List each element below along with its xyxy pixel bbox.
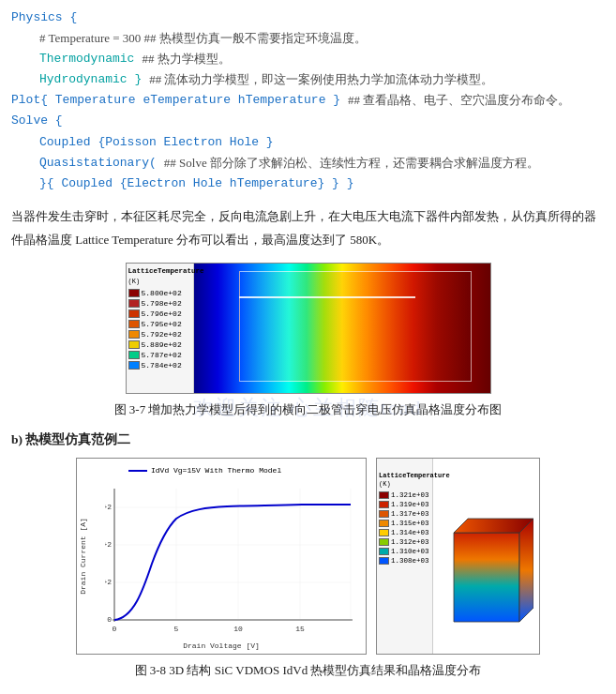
code-line-1: Physics {: [11, 8, 605, 28]
m-val-8: 1.308e+03: [391, 557, 429, 565]
cb-entry-5: 5.792e+02: [128, 330, 191, 339]
cb-entry-4: 5.795e+02: [128, 320, 191, 328]
iv-legend-line: [128, 470, 147, 472]
cb-val-1: 5.800e+02: [142, 289, 182, 297]
model-3d-figure: LatticeTemperature (K) 1.321e+03 1.319e+…: [376, 458, 540, 655]
colorbar-title: LatticeTemperature: [128, 267, 191, 275]
m-val-6: 1.312e+03: [391, 538, 429, 546]
coupled-keyword: Coupled {Poisson Electron Hole }: [39, 132, 274, 153]
code-block: Physics { # Temperature = 300 ## 热模型仿真一般…: [11, 8, 605, 194]
svg-text:3e+2: 3e+2: [105, 503, 112, 511]
svg-text:15: 15: [295, 625, 305, 633]
hydrodynamic-keyword: Hydrodynamic }: [39, 69, 142, 90]
cb-entry-8: 5.784e+02: [128, 361, 191, 370]
code-line-4: Hydrodynamic } ## 流体动力学模型，即这一案例使用热力学加流体动…: [11, 69, 605, 90]
m-cb-5: 1.314e+03: [379, 529, 430, 536]
heatmap-device-shape: [239, 271, 472, 382]
cb-entry-2: 5.798e+02: [128, 299, 191, 308]
model-cb-title: LatticeTemperature: [379, 472, 430, 479]
m-swatch-3: [379, 510, 389, 518]
iv-legend: IdVd Vg=15V With Thermo Model: [128, 466, 281, 475]
m-val-3: 1.317e+03: [391, 510, 429, 518]
figure1-caption: 图 3-7 增加热力学模型后得到的横向二极管击穿电压仿真晶格温度分布图: [11, 398, 605, 424]
cb-val-2: 5.798e+02: [142, 299, 182, 308]
caption-paragraph: 当器件发生击穿时，本征区耗尽完全，反向电流急剧上升，在大电压大电流下器件内部发热…: [11, 202, 605, 255]
section-b-label: b) 热模型仿真范例二: [11, 428, 605, 452]
svg-marker-22: [519, 519, 533, 622]
m-swatch-5: [379, 529, 389, 536]
svg-text:5: 5: [174, 625, 179, 633]
m-cb-8: 1.308e+03: [379, 557, 430, 565]
model-3d-visual: [433, 459, 539, 654]
cb-val-4: 5.795e+02: [142, 320, 182, 328]
m-swatch-8: [379, 557, 389, 565]
model-3d-svg: [440, 476, 533, 636]
code-line-3: Thermodynamic ## 热力学模型。: [11, 49, 605, 69]
code-line-7: Coupled {Poisson Electron Hole }: [11, 132, 605, 153]
caption-text-content: 当器件发生击穿时，本征区耗尽完全，反向电流急剧上升，在大电压大电流下器件内部发热…: [11, 209, 596, 247]
m-swatch-2: [379, 501, 389, 508]
m-cb-3: 1.317e+03: [379, 510, 430, 518]
cb-val-5: 5.792e+02: [142, 330, 182, 339]
comment-temperature: # Temperature = 300 ## 热模型仿真一般不需要指定环境温度。: [39, 28, 367, 49]
cb-swatch-4: [128, 320, 140, 328]
solve-keyword: Solve {: [11, 111, 63, 131]
m-val-7: 1.310e+03: [391, 548, 429, 555]
m-val-1: 1.321e+03: [391, 491, 429, 499]
model-colorbar: LatticeTemperature (K) 1.321e+03 1.319e+…: [377, 459, 433, 654]
svg-text:0: 0: [107, 615, 112, 624]
code-line-5: Plot{ Temperature eTemperature hTemperat…: [11, 90, 605, 111]
cb-entry-3: 5.796e+02: [128, 309, 191, 318]
m-swatch-4: [379, 520, 389, 527]
iv-xaxis-label: Drain Voltage [V]: [183, 641, 260, 650]
iv-svg: 0 1e+2 2e+2 3e+2 0 5 10 15: [105, 479, 360, 639]
iv-curve-figure: IdVd Vg=15V With Thermo Model Drain Curr…: [76, 458, 367, 655]
physics-keyword: Physics {: [11, 8, 77, 28]
m-swatch-7: [379, 548, 389, 555]
thermodynamic-keyword: Thermodynamic: [39, 49, 134, 69]
comment-plot: ## 查看晶格、电子、空穴温度分布命令。: [348, 90, 570, 111]
cb-swatch-1: [128, 289, 140, 297]
quasi-keyword: Quasistationary(: [39, 153, 157, 174]
cb-val-3: 5.796e+02: [142, 309, 182, 318]
heatmap-whiteline: [239, 296, 415, 298]
cb-entry-7: 5.787e+02: [128, 351, 191, 359]
model-cb-unit: (K): [379, 480, 430, 488]
m-val-5: 1.314e+03: [391, 529, 429, 536]
heatmap-figure: LatticeTemperature (K) 5.800e+02 5.798e+…: [126, 263, 491, 394]
svg-marker-20: [454, 533, 519, 622]
svg-text:1e+2: 1e+2: [105, 578, 112, 586]
cb-swatch-6: [128, 340, 140, 349]
comment-quasi: ## Solve 部分除了求解泊松、连续性方程，还需要耦合求解温度方程。: [164, 153, 539, 174]
m-swatch-6: [379, 538, 389, 546]
cb-val-6: 5.889e+02: [142, 340, 182, 349]
cb-swatch-5: [128, 330, 140, 339]
svg-text:10: 10: [233, 625, 243, 633]
code-line-8: Quasistationary( ## Solve 部分除了求解泊松、连续性方程…: [11, 153, 605, 174]
cb-swatch-8: [128, 361, 140, 370]
iv-legend-text: IdVd Vg=15V With Thermo Model: [151, 466, 281, 475]
m-val-4: 1.315e+03: [391, 520, 429, 527]
m-cb-1: 1.321e+03: [379, 491, 430, 499]
comment-thermo: ## 热力学模型。: [142, 49, 230, 69]
colorbar-unit: (K): [128, 278, 191, 285]
code-line-6: Solve {: [11, 111, 605, 131]
coupled-end: }{ Coupled {Electron Hole hTemperature} …: [39, 174, 353, 194]
m-cb-6: 1.312e+03: [379, 538, 430, 546]
m-swatch-1: [379, 491, 389, 499]
svg-text:0: 0: [113, 625, 117, 633]
comment-hydro: ## 流体动力学模型，即这一案例使用热力学加流体动力学模型。: [149, 69, 493, 90]
cb-swatch-2: [128, 299, 140, 308]
plot-keyword: Plot{ Temperature eTemperature hTemperat…: [11, 90, 340, 111]
cb-val-7: 5.787e+02: [142, 351, 182, 359]
cb-swatch-7: [128, 351, 140, 359]
m-val-2: 1.319e+03: [391, 501, 429, 508]
code-line-9: }{ Coupled {Electron Hole hTemperature} …: [11, 174, 605, 194]
cb-entry-1: 5.800e+02: [128, 289, 191, 297]
code-line-2: # Temperature = 300 ## 热模型仿真一般不需要指定环境温度。: [11, 28, 605, 49]
iv-yaxis-label: Drain Current [A]: [79, 518, 87, 595]
bottom-figures: IdVd Vg=15V With Thermo Model Drain Curr…: [11, 458, 605, 655]
figure2-caption: 图 3-8 3D 结构 SiC VDMOS IdVd 热模型仿真结果和晶格温度分…: [11, 658, 605, 685]
m-cb-4: 1.315e+03: [379, 520, 430, 527]
colorbar-panel: LatticeTemperature (K) 5.800e+02 5.798e+…: [127, 264, 194, 393]
